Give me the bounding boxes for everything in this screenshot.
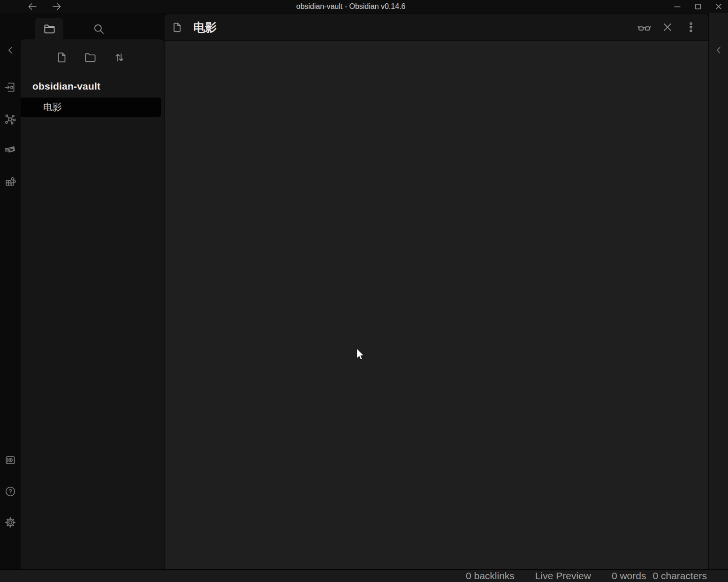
settings-icon	[4, 516, 16, 529]
vault-title[interactable]: obsidian-vault	[32, 81, 100, 92]
more-options-button[interactable]	[684, 20, 698, 35]
sort-order-icon	[113, 51, 126, 64]
window-title: obsidian-vault - Obsidian v0.14.6	[0, 0, 702, 13]
window-close-button[interactable]	[711, 0, 726, 13]
file-name: 电影	[43, 101, 62, 113]
character-count: 0 characters	[652, 570, 707, 582]
file-explorer-panel: obsidian-vault 电影	[21, 39, 164, 569]
statusbar: 0 backlinks Live Preview 0 words 0 chara…	[0, 569, 728, 582]
maximize-icon	[693, 1, 703, 12]
close-pane-button[interactable]	[660, 20, 675, 35]
new-note-icon	[55, 51, 68, 64]
quick-switcher-button[interactable]	[3, 80, 18, 95]
main-pane: 电影	[165, 13, 708, 569]
vault-switcher-button[interactable]	[3, 453, 18, 468]
sort-order-button[interactable]	[112, 50, 127, 65]
reading-view-button[interactable]	[637, 20, 651, 35]
collapse-left-sidebar-button[interactable]	[3, 43, 18, 58]
mouse-cursor	[356, 348, 366, 364]
view-header: 电影	[165, 14, 708, 40]
random-note-icon	[4, 175, 16, 188]
titlebar: obsidian-vault - Obsidian v0.14.6	[0, 0, 728, 13]
new-folder-button[interactable]	[83, 50, 98, 65]
search-icon	[92, 23, 105, 35]
left-ribbon: ?	[0, 13, 21, 569]
help-icon: ?	[4, 485, 16, 498]
right-sidebar-collapsed	[709, 13, 728, 569]
editor-content[interactable]	[165, 41, 708, 569]
note-title: 电影	[193, 20, 217, 35]
collapse-right-sidebar-icon	[713, 44, 725, 56]
collapse-left-sidebar-icon	[4, 44, 16, 56]
expand-right-sidebar-button[interactable]	[711, 43, 726, 58]
obsidian-window: obsidian-vault - Obsidian v0.14.6	[0, 0, 728, 582]
graph-view-icon	[4, 113, 16, 125]
minimize-icon	[672, 1, 682, 12]
maximize-button[interactable]	[690, 0, 705, 13]
new-folder-icon	[84, 51, 97, 64]
minimize-button[interactable]	[670, 0, 685, 13]
more-options-icon	[685, 21, 697, 33]
left-sidebar: obsidian-vault 电影	[21, 13, 164, 569]
word-count-group: 0 words 0 characters	[612, 570, 707, 582]
random-note-button[interactable]	[3, 174, 18, 189]
vault-switcher-icon	[4, 454, 16, 466]
tab-search[interactable]	[88, 18, 109, 39]
file-list-item-selected[interactable]: 电影	[21, 98, 161, 117]
document-icon	[171, 22, 183, 33]
presentation-button[interactable]	[3, 143, 18, 158]
help-button[interactable]: ?	[3, 484, 18, 499]
new-note-button[interactable]	[54, 50, 69, 65]
word-count: 0 words	[612, 570, 646, 582]
quick-switcher-icon	[4, 81, 16, 93]
settings-button[interactable]	[3, 515, 18, 530]
close-icon	[713, 1, 724, 12]
graph-view-button[interactable]	[3, 112, 18, 127]
folder-icon	[43, 23, 56, 35]
editor-mode-toggle[interactable]: Live Preview	[535, 570, 591, 582]
backlinks-count[interactable]: 0 backlinks	[466, 570, 515, 582]
presentation-icon	[4, 144, 16, 156]
reading-view-icon	[637, 21, 651, 34]
close-icon	[661, 21, 674, 33]
tab-file-explorer[interactable]	[35, 18, 63, 39]
svg-text:?: ?	[8, 488, 12, 495]
